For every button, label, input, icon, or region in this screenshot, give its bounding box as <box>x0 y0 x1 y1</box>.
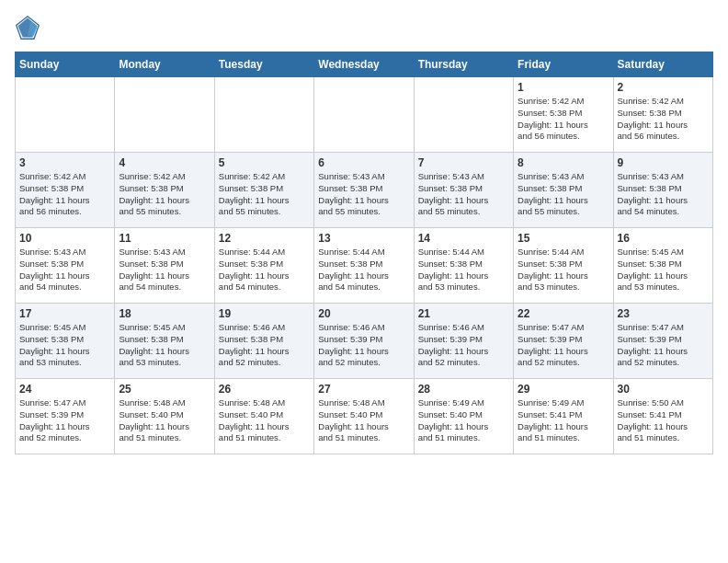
day-number: 1 <box>518 81 609 94</box>
weekday-header: Thursday <box>414 52 513 77</box>
day-info: Sunrise: 5:43 AM Sunset: 5:38 PM Dayligh… <box>119 247 210 293</box>
calendar-cell: 12Sunrise: 5:44 AM Sunset: 5:38 PM Dayli… <box>214 228 313 304</box>
day-info: Sunrise: 5:46 AM Sunset: 5:38 PM Dayligh… <box>219 322 310 369</box>
day-number: 8 <box>518 156 609 169</box>
calendar-cell: 15Sunrise: 5:44 AM Sunset: 5:38 PM Dayli… <box>514 228 613 304</box>
calendar-cell: 11Sunrise: 5:43 AM Sunset: 5:38 PM Dayli… <box>115 228 214 304</box>
calendar-cell: 4Sunrise: 5:42 AM Sunset: 5:38 PM Daylig… <box>115 153 214 228</box>
calendar-cell: 23Sunrise: 5:47 AM Sunset: 5:39 PM Dayli… <box>613 304 712 379</box>
day-number: 6 <box>318 156 409 169</box>
weekday-header: Tuesday <box>214 52 313 77</box>
logo <box>15 15 44 40</box>
calendar-cell: 27Sunrise: 5:48 AM Sunset: 5:40 PM Dayli… <box>314 379 414 454</box>
day-number: 11 <box>119 232 210 245</box>
day-info: Sunrise: 5:42 AM Sunset: 5:38 PM Dayligh… <box>518 96 609 143</box>
calendar-cell: 20Sunrise: 5:46 AM Sunset: 5:39 PM Dayli… <box>314 304 414 379</box>
page-header <box>15 15 713 40</box>
calendar-week-row: 17Sunrise: 5:45 AM Sunset: 5:38 PM Dayli… <box>16 304 713 379</box>
calendar-cell: 29Sunrise: 5:49 AM Sunset: 5:41 PM Dayli… <box>514 379 613 454</box>
calendar-cell: 19Sunrise: 5:46 AM Sunset: 5:38 PM Dayli… <box>214 304 313 379</box>
logo-icon <box>15 15 40 40</box>
day-info: Sunrise: 5:43 AM Sunset: 5:38 PM Dayligh… <box>19 247 110 293</box>
day-info: Sunrise: 5:42 AM Sunset: 5:38 PM Dayligh… <box>19 171 110 218</box>
day-number: 25 <box>119 383 210 396</box>
day-number: 22 <box>518 307 609 320</box>
calendar-week-row: 24Sunrise: 5:47 AM Sunset: 5:39 PM Dayli… <box>16 379 713 454</box>
day-number: 15 <box>518 232 609 245</box>
calendar-cell: 8Sunrise: 5:43 AM Sunset: 5:38 PM Daylig… <box>514 153 613 228</box>
day-info: Sunrise: 5:43 AM Sunset: 5:38 PM Dayligh… <box>418 171 509 218</box>
day-info: Sunrise: 5:48 AM Sunset: 5:40 PM Dayligh… <box>119 397 210 444</box>
day-info: Sunrise: 5:48 AM Sunset: 5:40 PM Dayligh… <box>318 397 409 444</box>
day-number: 29 <box>518 383 609 396</box>
day-number: 2 <box>618 81 709 94</box>
calendar-cell: 24Sunrise: 5:47 AM Sunset: 5:39 PM Dayli… <box>16 379 115 454</box>
day-number: 3 <box>19 156 110 169</box>
calendar-cell <box>115 77 214 153</box>
day-info: Sunrise: 5:45 AM Sunset: 5:38 PM Dayligh… <box>19 322 110 369</box>
calendar-cell: 1Sunrise: 5:42 AM Sunset: 5:38 PM Daylig… <box>514 77 613 153</box>
calendar-table: SundayMondayTuesdayWednesdayThursdayFrid… <box>15 52 713 454</box>
calendar-week-row: 10Sunrise: 5:43 AM Sunset: 5:38 PM Dayli… <box>16 228 713 304</box>
weekday-header: Friday <box>514 52 613 77</box>
weekday-header: Monday <box>115 52 214 77</box>
day-number: 23 <box>618 307 709 320</box>
day-number: 10 <box>19 232 110 245</box>
calendar-cell <box>314 77 414 153</box>
day-number: 24 <box>19 383 110 396</box>
calendar-cell: 10Sunrise: 5:43 AM Sunset: 5:38 PM Dayli… <box>16 228 115 304</box>
day-info: Sunrise: 5:48 AM Sunset: 5:40 PM Dayligh… <box>219 397 310 444</box>
day-info: Sunrise: 5:47 AM Sunset: 5:39 PM Dayligh… <box>19 397 110 444</box>
calendar-cell: 25Sunrise: 5:48 AM Sunset: 5:40 PM Dayli… <box>115 379 214 454</box>
calendar-cell: 26Sunrise: 5:48 AM Sunset: 5:40 PM Dayli… <box>214 379 313 454</box>
calendar-cell: 5Sunrise: 5:42 AM Sunset: 5:38 PM Daylig… <box>214 153 313 228</box>
calendar-cell: 28Sunrise: 5:49 AM Sunset: 5:40 PM Dayli… <box>414 379 513 454</box>
day-number: 20 <box>318 307 409 320</box>
calendar-cell: 17Sunrise: 5:45 AM Sunset: 5:38 PM Dayli… <box>16 304 115 379</box>
day-info: Sunrise: 5:45 AM Sunset: 5:38 PM Dayligh… <box>618 247 709 293</box>
calendar-cell: 7Sunrise: 5:43 AM Sunset: 5:38 PM Daylig… <box>414 153 513 228</box>
calendar-cell: 21Sunrise: 5:46 AM Sunset: 5:39 PM Dayli… <box>414 304 513 379</box>
calendar-cell: 3Sunrise: 5:42 AM Sunset: 5:38 PM Daylig… <box>16 153 115 228</box>
day-info: Sunrise: 5:42 AM Sunset: 5:38 PM Dayligh… <box>219 171 310 218</box>
day-info: Sunrise: 5:44 AM Sunset: 5:38 PM Dayligh… <box>318 247 409 293</box>
day-number: 28 <box>418 383 509 396</box>
day-info: Sunrise: 5:43 AM Sunset: 5:38 PM Dayligh… <box>518 171 609 218</box>
calendar-cell: 18Sunrise: 5:45 AM Sunset: 5:38 PM Dayli… <box>115 304 214 379</box>
day-number: 5 <box>219 156 310 169</box>
day-info: Sunrise: 5:42 AM Sunset: 5:38 PM Dayligh… <box>119 171 210 218</box>
day-info: Sunrise: 5:45 AM Sunset: 5:38 PM Dayligh… <box>119 322 210 369</box>
day-number: 17 <box>19 307 110 320</box>
calendar-cell: 14Sunrise: 5:44 AM Sunset: 5:38 PM Dayli… <box>414 228 513 304</box>
day-number: 13 <box>318 232 409 245</box>
day-info: Sunrise: 5:44 AM Sunset: 5:38 PM Dayligh… <box>518 247 609 293</box>
day-info: Sunrise: 5:44 AM Sunset: 5:38 PM Dayligh… <box>418 247 509 293</box>
day-number: 30 <box>618 383 709 396</box>
day-number: 16 <box>618 232 709 245</box>
calendar-cell: 6Sunrise: 5:43 AM Sunset: 5:38 PM Daylig… <box>314 153 414 228</box>
day-info: Sunrise: 5:42 AM Sunset: 5:38 PM Dayligh… <box>618 96 709 143</box>
weekday-header: Wednesday <box>314 52 414 77</box>
day-info: Sunrise: 5:49 AM Sunset: 5:40 PM Dayligh… <box>418 397 509 444</box>
day-info: Sunrise: 5:47 AM Sunset: 5:39 PM Dayligh… <box>518 322 609 369</box>
day-number: 4 <box>119 156 210 169</box>
day-number: 19 <box>219 307 310 320</box>
weekday-header-row: SundayMondayTuesdayWednesdayThursdayFrid… <box>16 52 713 77</box>
day-info: Sunrise: 5:47 AM Sunset: 5:39 PM Dayligh… <box>618 322 709 369</box>
calendar-cell: 9Sunrise: 5:43 AM Sunset: 5:38 PM Daylig… <box>613 153 712 228</box>
day-info: Sunrise: 5:44 AM Sunset: 5:38 PM Dayligh… <box>219 247 310 293</box>
day-info: Sunrise: 5:46 AM Sunset: 5:39 PM Dayligh… <box>418 322 509 369</box>
calendar-cell <box>414 77 513 153</box>
day-info: Sunrise: 5:50 AM Sunset: 5:41 PM Dayligh… <box>618 397 709 444</box>
day-number: 27 <box>318 383 409 396</box>
day-info: Sunrise: 5:49 AM Sunset: 5:41 PM Dayligh… <box>518 397 609 444</box>
weekday-header: Saturday <box>613 52 712 77</box>
day-info: Sunrise: 5:43 AM Sunset: 5:38 PM Dayligh… <box>618 171 709 218</box>
calendar-cell <box>16 77 115 153</box>
calendar-week-row: 3Sunrise: 5:42 AM Sunset: 5:38 PM Daylig… <box>16 153 713 228</box>
day-number: 14 <box>418 232 509 245</box>
calendar-cell: 13Sunrise: 5:44 AM Sunset: 5:38 PM Dayli… <box>314 228 414 304</box>
day-number: 12 <box>219 232 310 245</box>
day-info: Sunrise: 5:43 AM Sunset: 5:38 PM Dayligh… <box>318 171 409 218</box>
calendar-cell: 16Sunrise: 5:45 AM Sunset: 5:38 PM Dayli… <box>613 228 712 304</box>
